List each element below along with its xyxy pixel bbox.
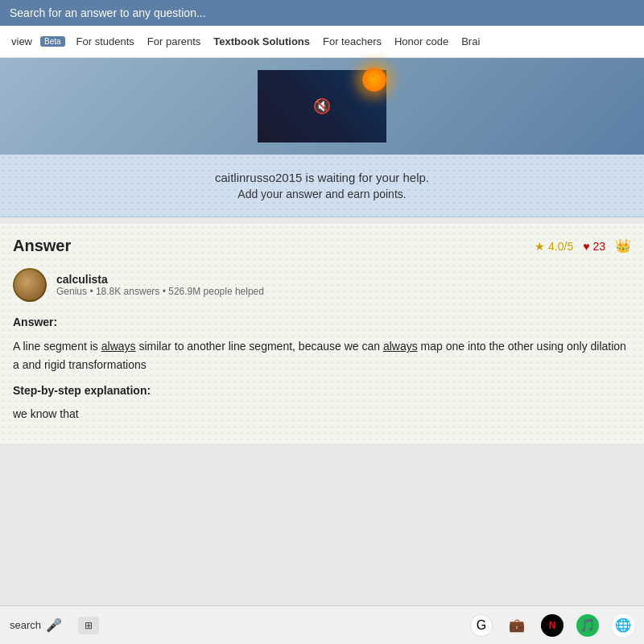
always-1: always xyxy=(101,340,136,353)
avatar-image xyxy=(14,270,45,300)
orange-glow xyxy=(362,68,386,92)
taskbar-chrome-icon[interactable]: 🌐 xyxy=(612,614,634,637)
taskbar-spotify-icon[interactable]: 🎵 xyxy=(576,614,599,637)
taskbar-google-icon[interactable]: G xyxy=(470,614,493,637)
avatar xyxy=(13,268,47,302)
nav-honor-code[interactable]: Honor code xyxy=(390,32,453,51)
netflix-label: N xyxy=(549,620,556,631)
user-info: calculista Genius • 18.8K answers • 526.… xyxy=(56,273,264,297)
star-icon: ★ xyxy=(535,240,545,253)
taskbar-search-text: search xyxy=(10,619,41,631)
nav-textbook-solutions[interactable]: Textbook Solutions xyxy=(208,32,315,51)
beta-badge: Beta xyxy=(40,36,65,47)
windows-icon: ⊞ xyxy=(85,620,93,631)
taskbar-search-area[interactable]: search 🎤 xyxy=(10,617,62,633)
taskbar-briefcase-icon[interactable]: 💼 xyxy=(506,614,528,637)
star-rating: ★ 4.0/5 xyxy=(535,240,573,253)
answer-meta: ★ 4.0/5 ♥ 23 👑 xyxy=(535,238,631,254)
username[interactable]: calculista xyxy=(56,273,264,286)
nav-for-parents[interactable]: For parents xyxy=(142,32,205,51)
separator1: • xyxy=(89,286,96,297)
answer-paragraph1: A line segment is always similar to anot… xyxy=(13,337,631,374)
taskbar-icons: G 💼 N 🎵 🌐 xyxy=(470,614,634,637)
always-2: always xyxy=(383,340,418,353)
heart-number: 23 xyxy=(592,240,605,253)
mute-icon: 🔇 xyxy=(313,97,331,115)
spotify-label: 🎵 xyxy=(580,617,596,633)
waiting-banner: caitlinrusso2015 is waiting for your hel… xyxy=(0,155,644,217)
media-area: 🔇 xyxy=(0,58,644,155)
step-label: Step-by-step explanation: xyxy=(13,382,631,399)
nav-brai[interactable]: Brai xyxy=(456,32,485,51)
nav-view: view xyxy=(6,32,37,51)
main-content: Answer ★ 4.0/5 ♥ 23 👑 calculista Genius … xyxy=(0,224,644,444)
nav-for-teachers[interactable]: For teachers xyxy=(318,32,386,51)
answer-body: Answer: A line segment is always similar… xyxy=(13,313,631,423)
answer-title: Answer xyxy=(13,237,71,255)
user-helped: 526.9M people helped xyxy=(168,286,264,297)
rating-value: 4.0/5 xyxy=(548,240,573,253)
waiting-text-line1: caitlinrusso2015 is waiting for your hel… xyxy=(16,171,628,184)
answer-header: Answer ★ 4.0/5 ♥ 23 👑 xyxy=(13,237,631,255)
briefcase-label: 💼 xyxy=(509,617,525,633)
google-label: G xyxy=(477,618,486,633)
nav-for-students[interactable]: For students xyxy=(72,32,139,51)
search-placeholder: Search for an answer to any question... xyxy=(10,6,206,19)
answer-label: Answer: xyxy=(13,313,631,331)
user-row: calculista Genius • 18.8K answers • 526.… xyxy=(13,268,631,302)
taskbar-windows-button[interactable]: ⊞ xyxy=(78,617,99,634)
user-stats: Genius • 18.8K answers • 526.9M people h… xyxy=(56,286,264,297)
nav-bar: view Beta For students For parents Textb… xyxy=(0,26,644,58)
search-bar[interactable]: Search for an answer to any question... xyxy=(0,0,644,26)
step-text: we know that xyxy=(13,405,631,423)
taskbar: search 🎤 ⊞ G 💼 N 🎵 🌐 xyxy=(0,605,644,644)
waiting-text-line2: Add your answer and earn points. xyxy=(16,188,628,200)
taskbar-netflix-icon[interactable]: N xyxy=(541,614,564,637)
crown-icon: 👑 xyxy=(615,238,631,254)
taskbar-mic-icon: 🎤 xyxy=(46,617,62,633)
user-answers: 18.8K answers xyxy=(96,286,159,297)
user-rank: Genius xyxy=(56,286,87,297)
chrome-label: 🌐 xyxy=(615,617,631,633)
heart-icon: ♥ xyxy=(583,240,589,253)
heart-count: ♥ 23 xyxy=(583,240,605,253)
